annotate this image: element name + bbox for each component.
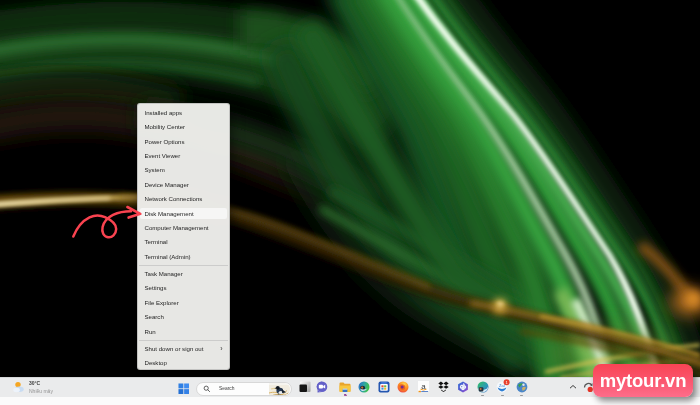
svg-text:Zal: Zal — [499, 383, 505, 388]
